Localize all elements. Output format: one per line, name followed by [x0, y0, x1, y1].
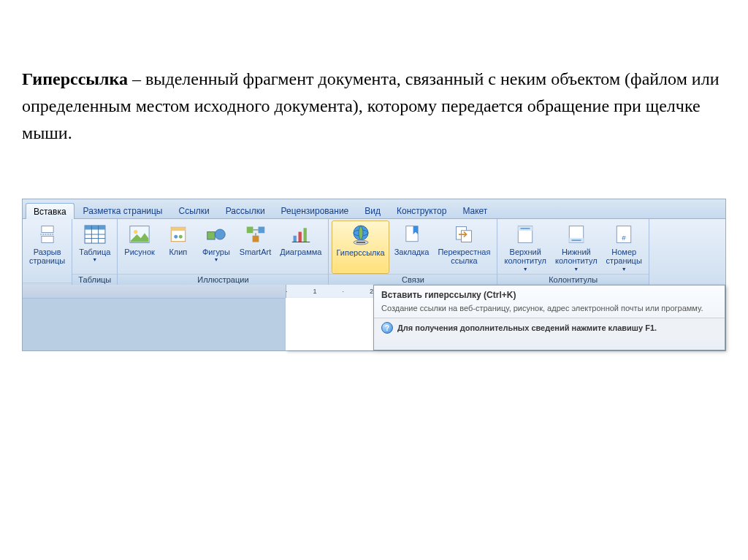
svg-rect-0	[41, 226, 53, 232]
ribbon-group: Верхнийколонтитул▼Нижнийколонтитул▼#Номе…	[497, 219, 649, 285]
svg-rect-4	[85, 225, 105, 229]
table-icon	[83, 223, 107, 246]
bookmark-icon	[400, 223, 424, 246]
slide-definition-text: Гиперссылка – выделенный фрагмент докуме…	[0, 0, 748, 147]
svg-text:#: #	[622, 234, 626, 242]
smartart-button[interactable]: SmartArt	[236, 220, 275, 274]
crossref-icon	[452, 223, 476, 246]
svg-rect-18	[258, 226, 264, 233]
ribbon-group-label: Таблицы	[72, 274, 117, 285]
chart-button[interactable]: Диаграмма	[276, 220, 325, 274]
tooltip-body: Создание ссылки на веб-страницу, рисунок…	[374, 302, 725, 318]
pagenum-icon: #	[612, 223, 636, 246]
ribbon-group-label: Связи	[329, 274, 497, 285]
ribbon-tabs-row: ВставкаРазметка страницыСсылкиРассылкиРе…	[23, 199, 725, 219]
ribbon-button-label: Таблица	[79, 248, 110, 257]
clip-icon	[167, 223, 190, 246]
svg-rect-32	[462, 230, 472, 242]
header-icon	[514, 223, 537, 246]
svg-rect-15	[207, 231, 215, 239]
ribbon-tab[interactable]: Рецензирование	[274, 203, 356, 218]
ribbon-group: Разрывстраницы	[23, 219, 72, 285]
hyperlink-button[interactable]: Гиперссылка	[332, 220, 389, 274]
ribbon-button-label: Закладка	[394, 248, 430, 257]
svg-rect-12	[171, 227, 186, 231]
svg-rect-23	[298, 231, 301, 242]
doc-left-panel: · 1 · 2	[23, 285, 373, 350]
ribbon-tab[interactable]: Разметка страницы	[76, 203, 170, 218]
svg-rect-22	[293, 235, 296, 242]
horizontal-ruler: · 1 · 2	[23, 285, 373, 299]
ribbon-button-label: Клип	[169, 248, 187, 257]
ribbon-tab[interactable]: Конструктор	[389, 203, 454, 218]
ribbon-tab[interactable]: Вид	[357, 203, 388, 218]
ribbon-group-label: Иллюстрации	[118, 274, 328, 285]
crossref-button[interactable]: Перекрестнаяссылка	[434, 220, 494, 274]
word-ribbon-screenshot: ВставкаРазметка страницыСсылкиРассылкиРе…	[22, 199, 726, 351]
svg-point-10	[134, 229, 137, 233]
document-area: · 1 · 2 Вставить гиперссылку (Ctrl+K) Со…	[23, 285, 725, 350]
hyperlink-icon	[349, 223, 373, 247]
ribbon-tab[interactable]: Ссылки	[171, 203, 216, 218]
ribbon-group: Таблица▼Таблицы	[72, 219, 118, 285]
svg-rect-1	[41, 236, 53, 242]
page-break-icon	[36, 223, 59, 246]
ribbon-group-label: Колонтитулы	[497, 274, 648, 285]
ruler-mark-1: 1	[313, 288, 317, 295]
hyperlink-tooltip: Вставить гиперссылку (Ctrl+K) Создание с…	[373, 285, 725, 350]
ribbon-button-label: Рисунок	[124, 248, 155, 257]
tooltip-footer-text: Для получения дополнительных сведений на…	[397, 323, 657, 332]
clip-button[interactable]: Клип	[160, 220, 196, 274]
chart-icon	[289, 223, 313, 246]
chevron-down-icon: ▼	[573, 266, 579, 272]
ribbon-button-label: Диаграмма	[280, 248, 321, 257]
ribbon-body: РазрывстраницыТаблица▼ТаблицыРисунокКлип…	[23, 219, 725, 285]
help-icon: ?	[381, 322, 393, 334]
ribbon-button-label: Нижнийколонтитул	[555, 248, 598, 266]
document-page	[286, 298, 373, 350]
picture-button[interactable]: Рисунок	[121, 220, 159, 274]
ribbon-group: ГиперссылкаЗакладкаПерекрестнаяссылкаСвя…	[329, 219, 497, 285]
table-button[interactable]: Таблица▼	[75, 220, 114, 274]
smartart-icon	[244, 223, 267, 246]
header-button[interactable]: Верхнийколонтитул▼	[500, 220, 550, 274]
term-hyperlink: Гиперссылка	[22, 69, 128, 88]
chevron-down-icon: ▼	[213, 257, 218, 263]
ribbon-group: РисунокКлипФигуры▼SmartArtДиаграммаИллюс…	[118, 219, 329, 285]
svg-rect-19	[252, 235, 259, 242]
ruler-mark-2: 2	[370, 288, 373, 295]
footer-icon	[565, 223, 588, 246]
page-break-button[interactable]: Разрывстраницы	[26, 220, 69, 283]
chevron-down-icon: ▼	[92, 257, 97, 263]
ribbon-tab[interactable]: Рассылки	[218, 203, 272, 218]
bookmark-button[interactable]: Закладка	[391, 220, 433, 274]
chevron-down-icon: ▼	[622, 266, 627, 272]
pagenum-button[interactable]: #Номерстраницы▼	[603, 220, 646, 274]
svg-point-13	[174, 234, 178, 238]
svg-point-16	[215, 229, 225, 239]
tooltip-footer: ? Для получения дополнительных сведений …	[374, 318, 725, 337]
ribbon-button-label: Фигуры	[202, 248, 230, 257]
picture-icon	[128, 223, 151, 246]
ribbon-button-label: Гиперссылка	[336, 248, 384, 258]
svg-point-14	[179, 234, 183, 238]
ribbon-button-label: Перекрестнаяссылка	[438, 248, 490, 266]
ribbon-button-label: Верхнийколонтитул	[504, 248, 546, 266]
chevron-down-icon: ▼	[523, 266, 528, 272]
ribbon-tab[interactable]: Вставка	[26, 203, 75, 219]
shapes-button[interactable]: Фигуры▼	[198, 220, 234, 274]
svg-rect-17	[246, 226, 253, 233]
shapes-icon	[205, 223, 228, 246]
tooltip-title: Вставить гиперссылку (Ctrl+K)	[374, 285, 725, 302]
ribbon-button-label: Номерстраницы	[606, 248, 642, 266]
ribbon-button-label: Разрывстраницы	[29, 248, 65, 266]
svg-rect-24	[303, 228, 306, 242]
footer-button[interactable]: Нижнийколонтитул▼	[552, 220, 601, 274]
ribbon-tab[interactable]: Макет	[455, 203, 495, 218]
ribbon-button-label: SmartArt	[240, 248, 271, 257]
